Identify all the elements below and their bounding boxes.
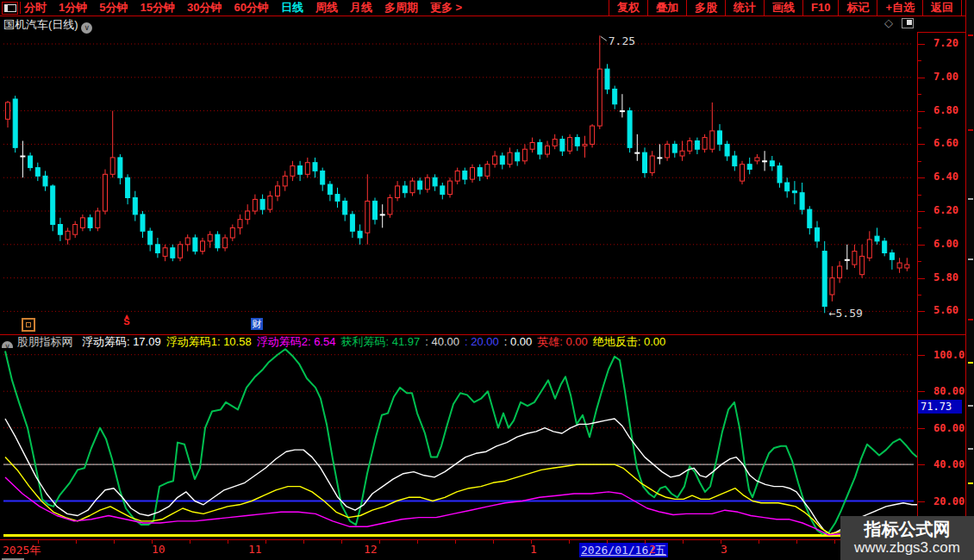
indicator-axis-label: 100.0 — [933, 349, 965, 361]
tools-menu: 复权叠加多股统计画线F10标记+自选返回 — [609, 0, 962, 16]
candle — [515, 152, 520, 161]
tool-item-2[interactable]: 多股 — [686, 0, 725, 16]
price-axis-label: 7.20 — [933, 37, 958, 49]
date-axis-tick — [683, 540, 684, 544]
menu-item-3[interactable]: 15分钟 — [140, 0, 174, 16]
candle — [88, 218, 92, 228]
menu-item-4[interactable]: 30分钟 — [187, 0, 222, 16]
date-axis-tick — [341, 540, 342, 544]
candle — [260, 199, 265, 209]
indicator-chart[interactable] — [2, 335, 917, 538]
date-axis-tick — [114, 540, 115, 544]
candle — [875, 236, 879, 241]
tool-item-0[interactable]: 复权 — [609, 0, 647, 16]
candle — [508, 152, 512, 165]
tool-item-3[interactable]: 统计 — [725, 0, 764, 16]
indicator-axis-label: 40.00 — [933, 458, 965, 470]
menu-item-0[interactable]: 分时 — [24, 0, 47, 16]
candle — [635, 152, 640, 153]
price-axis-tick — [918, 177, 925, 178]
candle — [268, 196, 272, 210]
candle — [740, 165, 745, 181]
menu-item-1[interactable]: 1分钟 — [59, 0, 87, 16]
indicator-value-1: 浮动筹码1: 10.58 — [166, 335, 252, 348]
date-axis[interactable]: 2025年10111212026/01/16/五23 — [0, 539, 965, 558]
candle — [58, 225, 62, 235]
price-axis-tick — [918, 94, 921, 95]
price-axis-tick — [918, 245, 925, 246]
candle — [883, 241, 887, 253]
candle — [560, 140, 565, 152]
indicator-source-label: 股朋指标网 — [16, 335, 72, 348]
report-marker-icon[interactable]: 财 — [251, 318, 263, 330]
menu-item-8[interactable]: 月线 — [350, 0, 372, 16]
date-axis-label: 12 — [364, 543, 378, 556]
candle — [605, 69, 609, 89]
symbol-row: 国机汽车(日线) ∨ ◇ — [0, 16, 974, 31]
panel-toggle-icon[interactable] — [902, 18, 914, 28]
indicator-header: ∨ 股朋指标网 浮动筹码: 17.09浮动筹码1: 10.58浮动筹码2: 6.… — [2, 335, 915, 348]
menu-item-10[interactable]: 更多 > — [430, 0, 462, 16]
price-axis-tick — [918, 78, 925, 78]
candle — [238, 220, 242, 228]
tool-item-7[interactable]: +自选 — [877, 0, 922, 16]
announcement-marker-icon[interactable] — [22, 318, 35, 332]
candle — [126, 177, 130, 197]
candle — [620, 111, 624, 112]
candle — [193, 238, 197, 252]
date-axis-tick — [796, 540, 797, 544]
watermark: 指标公式网 www.zbgs3.com — [840, 516, 974, 560]
candle — [6, 103, 10, 119]
date-axis-label: 11 — [248, 543, 262, 556]
menu-item-2[interactable]: 5分钟 — [99, 0, 128, 16]
date-axis-tick — [379, 540, 380, 544]
candle — [777, 166, 782, 183]
indicator-axis-label: 60.00 — [933, 422, 965, 434]
candle — [185, 238, 190, 245]
candle — [253, 199, 257, 211]
indicator-value-2: 浮动筹码2: 6.54 — [257, 335, 336, 348]
candle — [321, 171, 325, 184]
tool-item-8[interactable]: 返回 — [922, 0, 962, 16]
collapsed-panel-strip[interactable] — [965, 0, 974, 560]
candle — [718, 131, 722, 145]
dividend-marker-icon[interactable]: ▲S — [122, 314, 132, 326]
tool-item-6[interactable]: 标记 — [838, 0, 877, 16]
candle — [410, 181, 415, 193]
menu-item-7[interactable]: 周线 — [315, 0, 338, 16]
app-menu-icon[interactable] — [2, 2, 18, 15]
menu-item-6[interactable]: 日线 — [281, 0, 303, 16]
date-axis-tick — [152, 540, 153, 544]
candle — [313, 163, 317, 171]
candle — [96, 211, 100, 227]
price-axis-tick — [918, 128, 921, 128]
tool-item-4[interactable]: 画线 — [764, 0, 802, 16]
menu-item-5[interactable]: 60分钟 — [234, 0, 268, 16]
menu-divider — [20, 2, 21, 14]
price-axis-tick — [918, 195, 921, 196]
candle — [785, 183, 790, 191]
candle — [860, 256, 865, 274]
candle — [21, 156, 25, 157]
candle — [658, 158, 662, 159]
low-annotation: ←5.59 — [829, 307, 863, 320]
indicator-value-3: 获利筹码: 41.97 — [340, 335, 420, 348]
candle — [396, 186, 400, 198]
indicator-value-badge: 71.73 — [918, 400, 962, 414]
diamond-marker-icon[interactable]: ◇ — [884, 16, 893, 29]
indicator-collapse-icon[interactable]: ∨ — [2, 341, 13, 348]
candle — [305, 163, 309, 175]
candle — [230, 227, 234, 238]
candle — [568, 138, 572, 152]
tool-item-1[interactable]: 叠加 — [647, 0, 686, 16]
candlestick-chart[interactable]: 7.25←5.59 — [2, 32, 917, 327]
price-axis-label: 5.60 — [933, 304, 958, 316]
date-axis-label: 3 — [721, 543, 727, 556]
candle — [530, 143, 534, 150]
tool-item-5[interactable]: F10 — [802, 0, 838, 16]
menu-item-9[interactable]: 多周期 — [384, 0, 418, 16]
candle — [695, 141, 699, 150]
price-axis-tick — [918, 227, 921, 228]
candle — [852, 252, 857, 265]
candle — [171, 248, 175, 258]
